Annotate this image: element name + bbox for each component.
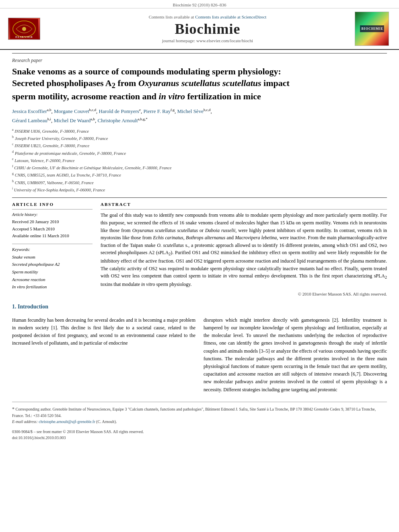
title-a2-sub: 2 (112, 82, 115, 90)
intro-number: 1. (12, 304, 16, 310)
biochimie-logo: BIOCHIMIE (355, 12, 389, 46)
svg-text:ELSEVIER: ELSEVIER (15, 35, 33, 39)
journal-logo-right: BIOCHIMIE (355, 12, 391, 46)
intro-right-col: disruptors which might interfere directl… (204, 316, 387, 394)
keyword-4: Acrosome reaction (12, 276, 93, 283)
title-line1: Snake venoms as a source of compounds mo… (12, 66, 281, 76)
intro-left-text: Human fecundity has been decreasing for … (12, 316, 195, 347)
title-line3: from (115, 78, 138, 88)
history-label: Article history: (12, 212, 93, 218)
elsevier-logo: ELSEVIER (8, 18, 60, 40)
elsevier-logo-area: ELSEVIER (8, 18, 60, 40)
elsevier-logo-image: ELSEVIER (8, 18, 40, 40)
keywords-label: Keywords: (12, 246, 93, 253)
sciencedirect-link[interactable]: Contents lists available at ScienceDirec… (195, 14, 266, 19)
email-suffix: (C. Arnoult). (96, 419, 117, 424)
author-michel-de-waard: Michel De Waard (53, 117, 90, 123)
intro-left-col: Human fecundity has been decreasing for … (12, 316, 195, 394)
available-date: Available online 11 March 2010 (12, 232, 93, 240)
info-divider2 (12, 244, 93, 244)
abstract-col: ABSTRACT The goal of this study was to i… (101, 202, 387, 296)
author-harold: Harold de Pomyers (99, 109, 139, 115)
author-pierre: Pierre F. Ray (143, 109, 171, 115)
title-line6: fertilization in mice (185, 91, 261, 101)
top-divider (12, 53, 387, 53)
intro-body-cols: Human fecundity has been decreasing for … (12, 316, 387, 394)
keyword-5: In vitro fertilization (12, 283, 93, 291)
abstract-heading: ABSTRACT (101, 202, 387, 207)
author-jessica: Jessica Escoffier (12, 109, 47, 115)
mid-divider (12, 197, 387, 198)
biochimie-logo-text: BIOCHIMIE (362, 27, 383, 31)
journal-citation: Biochimie 92 (2010) 826–836 (173, 2, 226, 7)
keyword-2: Secreted phospholipase A2 (12, 261, 93, 268)
journal-header: ELSEVIER Contents lists available at Con… (0, 8, 399, 50)
article-info-abstract-section: ARTICLE INFO Article history: Received 2… (12, 202, 387, 296)
article-history: Article history: Received 20 January 201… (12, 212, 93, 240)
footnote-area: * Corresponding author. Grenoble Institu… (12, 402, 387, 425)
article-type: Research paper (12, 58, 387, 64)
authors-line: Jessica Escoffiera,b, Morgane Couvetb,c,… (12, 107, 387, 125)
journal-title-area: Contents lists available at Contents lis… (60, 14, 355, 43)
article-info-col: ARTICLE INFO Article history: Received 2… (12, 202, 93, 296)
main-content: Research paper Snake venoms as a source … (0, 53, 399, 441)
introduction-section: 1. Introduction Human fecundity has been… (12, 304, 387, 394)
author-christophe: Christophe Arnoult (98, 117, 138, 123)
abstract-text: The goal of this study was to identify n… (101, 212, 387, 288)
title-italic: Oxyuranus scutellatus scutellatus (138, 78, 261, 88)
svg-point-2 (22, 27, 26, 31)
journal-homepage: journal homepage: www.elsevier.com/locat… (60, 38, 355, 43)
author-michel-seve: Michel Sève (177, 109, 204, 115)
introduction-title: 1. Introduction (12, 304, 387, 310)
sciencedirect-line: Contents lists available at Contents lis… (60, 14, 355, 19)
bottom-bar: 0300-9084/$ – see front matter © 2010 El… (12, 429, 387, 441)
top-bar: Biochimie 92 (2010) 826–836 (0, 0, 399, 8)
info-divider1 (12, 209, 93, 210)
title-invitro: in vitro (159, 91, 185, 101)
footnote-text: Corresponding author. Grenoble Institute… (12, 407, 376, 418)
article-title: Snake venoms as a source of compounds mo… (12, 66, 387, 102)
keywords-block: Keywords: Snake venom Secreted phospholi… (12, 246, 93, 291)
abstract-copyright: © 2010 Elsevier Masson SAS. All rights r… (101, 292, 387, 296)
journal-title: Biochimie (60, 21, 355, 37)
issn-line: 0300-9084/$ – see front matter © 2010 El… (12, 429, 387, 435)
title-line4: impact (261, 78, 290, 88)
received-date: Received 20 January 2010 (12, 218, 93, 226)
abstract-divider (101, 209, 387, 210)
email-label: E-mail address: (12, 419, 38, 424)
accepted-date: Accepted 5 March 2010 (12, 226, 93, 233)
article-info-heading: ARTICLE INFO (12, 202, 93, 207)
affiliations-block: a INSERM U836, Grenoble, F-38000, France… (12, 127, 387, 194)
author-gerard: Gérard Lambeau (12, 117, 47, 123)
intro-title: Introduction (18, 304, 48, 310)
footnote-star: * (12, 406, 14, 412)
title-line5: sperm motility, acrosome reaction and (12, 91, 159, 101)
doi-line: doi:10.1016/j.biochi.2010.03.003 (12, 435, 387, 441)
keyword-3: Sperm motility (12, 268, 93, 276)
intro-right-text: disruptors which might interfere directl… (204, 316, 387, 394)
biochimie-logo-inner: BIOCHIMIE (360, 25, 384, 33)
author-morgane: Morgane Couvet (54, 109, 89, 115)
email-address[interactable]: christophe.arnoult@ujf-grenoble.fr (39, 419, 95, 424)
keyword-1: Snake venom (12, 253, 93, 261)
title-line2: Secreted phospholipases A (12, 78, 112, 88)
